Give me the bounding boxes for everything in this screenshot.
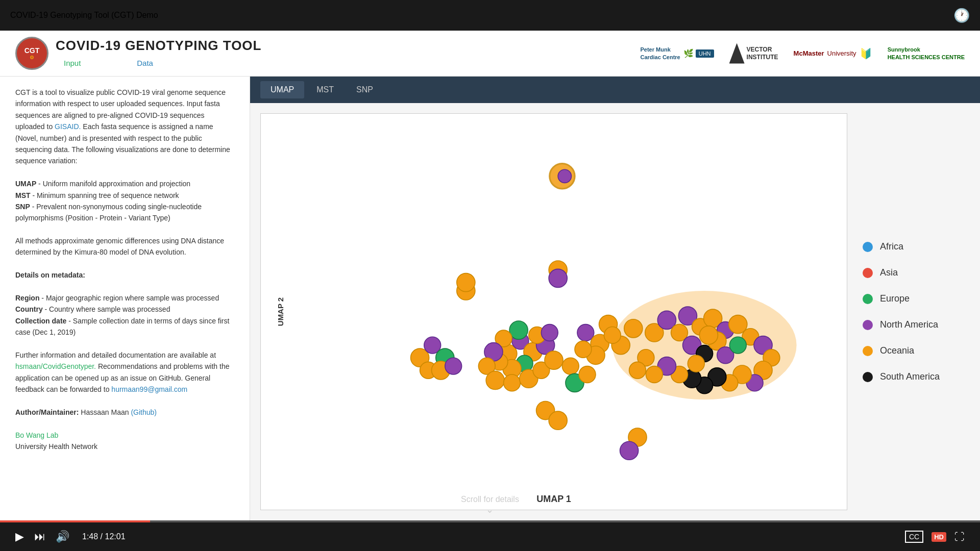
umap-svg [261, 114, 847, 510]
chart-legend: Africa Asia Europe North America Oceania [857, 113, 970, 510]
legend-label-europe: Europe [880, 293, 910, 304]
legend-item-asia: Asia [863, 267, 970, 278]
svg-point-72 [562, 358, 579, 374]
sponsor-peter-munk: Peter Munk Cardiac Centre 🌿 UHN [640, 46, 714, 61]
title-bar: COVID-19 Genotyping Tool (CGT) Demo 🕐 [0, 0, 980, 31]
play-button[interactable]: ▶ [15, 530, 24, 543]
x-axis-label: UMAP 1 [536, 494, 571, 505]
legend-dot-oceania [863, 346, 873, 356]
tab-details[interactable]: Details [89, 57, 129, 69]
legend-item-north-america: North America [863, 319, 970, 330]
svg-point-65 [604, 327, 621, 344]
sponsor-vector: VECTOR INSTITUTE [729, 43, 778, 64]
scroll-arrow-icon: ⌄ [461, 504, 519, 515]
left-panel: CGT is a tool to visualize public COVID-… [0, 77, 250, 520]
uhn-logo: UHN [696, 49, 714, 58]
legend-label-north-america: North America [880, 319, 938, 330]
legend-dot-asia [863, 268, 873, 278]
clock-icon: 🕐 [953, 8, 970, 23]
app-title: COVID-19 GENOTYPING TOOL [56, 38, 261, 54]
svg-point-61 [549, 411, 567, 430]
logo-area: CGT ⚙ COVID-19 GENOTYPING TOOL Input Det… [15, 37, 261, 70]
svg-point-32 [688, 355, 704, 372]
legend-item-oceania: Oceania [863, 345, 970, 356]
svg-point-30 [699, 326, 718, 344]
window-title: COVID-19 Genotyping Tool (CGT) Demo [10, 11, 158, 20]
sponsor-mcmaster: McMaster University 🔰 [794, 47, 872, 60]
distance-note: All methods approximate genomic differen… [15, 235, 234, 258]
svg-point-75 [457, 273, 475, 292]
current-time: 1:48 [82, 532, 98, 541]
playback-controls: ▶ ⏭ 🔊 1:48 / 12:01 CC HD ⛶ [0, 522, 980, 551]
legend-dot-africa [863, 242, 873, 252]
scroll-hint-text: Scroll for details [461, 495, 519, 504]
app-logo: CGT ⚙ [15, 37, 48, 70]
further-info: Further information and detailed documen… [15, 349, 234, 395]
github-link[interactable]: hsmaan/CovidGenotyper. [15, 362, 96, 370]
time-display: 1:48 / 12:01 [82, 532, 126, 541]
svg-point-2 [624, 319, 643, 338]
metadata-items: Region - Major geographic region where s… [15, 292, 234, 338]
author-info: Author/Maintainer: Hassaan Maan (Github) [15, 407, 234, 418]
legend-label-south-america: South America [880, 371, 940, 382]
svg-point-25 [646, 366, 663, 383]
logo-text: CGT [24, 46, 40, 55]
legend-item-south-america: South America [863, 371, 970, 382]
main-content: CGT is a tool to visualize public COVID-… [0, 77, 980, 520]
metadata-title: Details on metadata: [15, 269, 234, 281]
methods-list: UMAP - Uniform manifold approximation an… [15, 178, 234, 224]
email-link[interactable]: hurmaan99@gmail.com [111, 385, 187, 393]
legend-item-europe: Europe [863, 293, 970, 304]
svg-point-38 [445, 358, 462, 374]
tab-umap[interactable]: UMAP [260, 81, 304, 98]
svg-point-69 [558, 169, 571, 183]
chart-area: UMAP 2 [250, 103, 980, 520]
svg-point-56 [541, 324, 558, 341]
tab-input[interactable]: Input [56, 57, 89, 69]
svg-point-52 [504, 374, 521, 391]
tab-data[interactable]: Data [129, 57, 161, 69]
svg-point-55 [545, 351, 563, 369]
video-controls-bar: ▶ ⏭ 🔊 1:48 / 12:01 CC HD ⛶ [0, 520, 980, 551]
svg-point-51 [486, 371, 504, 389]
y-axis-label: UMAP 2 [276, 297, 285, 326]
gisaid-link[interactable]: GISAID. [55, 122, 81, 131]
university-name: University Health Network [15, 442, 97, 450]
tab-mst[interactable]: MST [306, 81, 344, 98]
legend-label-asia: Asia [880, 267, 898, 278]
legend-item-africa: Africa [863, 241, 970, 252]
skip-button[interactable]: ⏭ [34, 530, 45, 543]
legend-dot-europe [863, 294, 873, 304]
legend-dot-north-america [863, 320, 873, 330]
svg-point-63 [577, 324, 594, 341]
bo-wang-lab-link[interactable]: Bo Wang Lab [15, 430, 234, 441]
cc-button[interactable]: CC [905, 531, 923, 543]
sponsor-sunnybrook: Sunnybrook HEALTH SCIENCES CENTRE [888, 46, 965, 61]
chart-tab-bar: UMAP MST SNP [250, 77, 980, 103]
svg-point-71 [620, 441, 639, 460]
svg-point-74 [579, 366, 596, 383]
hd-badge: HD [932, 532, 946, 542]
description-text: CGT is a tool to visualize public COVID-… [15, 87, 234, 167]
scroll-hint: Scroll for details ⌄ [461, 495, 519, 515]
legend-label-africa: Africa [880, 241, 903, 252]
right-controls: CC HD ⛶ [905, 531, 965, 543]
svg-point-47 [509, 321, 528, 339]
sponsors: Peter Munk Cardiac Centre 🌿 UHN VECTOR I… [640, 43, 965, 64]
tab-snp[interactable]: SNP [346, 81, 383, 98]
svg-point-4 [629, 362, 646, 379]
right-content: UMAP MST SNP UMAP 2 [250, 77, 980, 520]
svg-point-67 [575, 341, 592, 358]
svg-point-59 [549, 269, 567, 287]
nav-tabs: Input Details Data [56, 57, 261, 69]
logo-icon: ⚙ [30, 55, 34, 60]
author-github-link[interactable]: (Github) [131, 408, 157, 416]
title-nav-group: COVID-19 GENOTYPING TOOL Input Details D… [56, 38, 261, 69]
umap-chart: UMAP 2 [260, 113, 847, 510]
volume-button[interactable]: 🔊 [56, 530, 69, 543]
header: CGT ⚙ COVID-19 GENOTYPING TOOL Input Det… [0, 31, 980, 77]
total-time: 12:01 [105, 532, 125, 541]
legend-dot-south-america [863, 372, 873, 382]
fullscreen-button[interactable]: ⛶ [954, 531, 965, 543]
svg-point-31 [729, 337, 746, 354]
